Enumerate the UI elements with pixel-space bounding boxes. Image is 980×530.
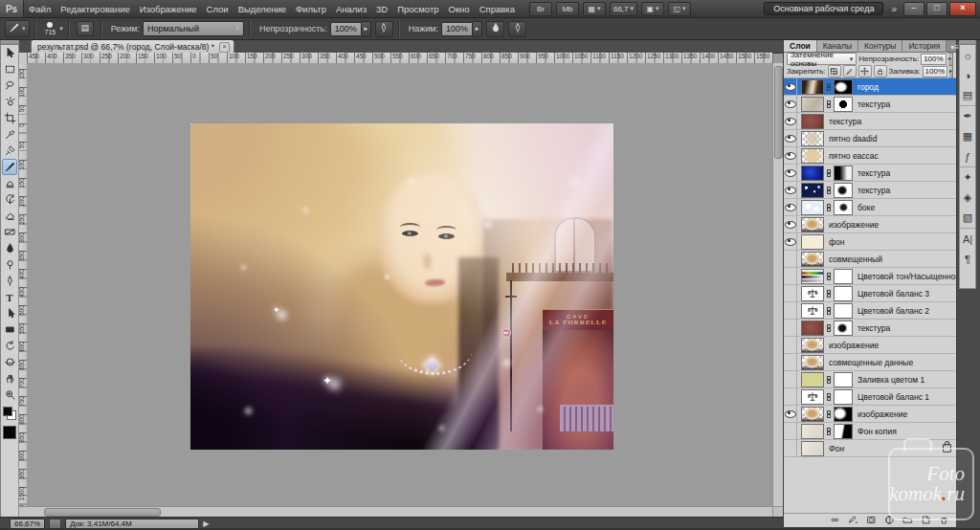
layer-thumbnail[interactable] bbox=[801, 320, 824, 336]
path-selection-tool[interactable] bbox=[2, 305, 17, 321]
menu-item-4[interactable]: Слои bbox=[202, 4, 234, 14]
layer-mask-thumbnail[interactable] bbox=[834, 200, 853, 215]
gradient-tool[interactable] bbox=[2, 224, 17, 240]
layer-thumbnail[interactable] bbox=[801, 286, 824, 301]
layer-row-18[interactable]: Заливка цветом 1 bbox=[784, 371, 956, 388]
eraser-tool[interactable] bbox=[2, 208, 17, 224]
tablet-pressure-size-button[interactable] bbox=[508, 21, 526, 37]
vertical-scrollbar[interactable] bbox=[772, 63, 783, 507]
type-tool[interactable]: T bbox=[2, 289, 17, 305]
layer-visibility-toggle[interactable] bbox=[784, 320, 797, 336]
layer-thumbnail[interactable] bbox=[801, 269, 824, 284]
menu-item-7[interactable]: Анализ bbox=[331, 4, 371, 14]
layer-opacity-dropdown[interactable]: ▸ bbox=[948, 53, 953, 66]
layer-thumbnail[interactable] bbox=[801, 131, 824, 146]
panel-tab-история[interactable]: История bbox=[902, 39, 947, 52]
fill-dropdown[interactable]: ▸ bbox=[949, 65, 953, 78]
status-options-arrow[interactable]: ▶ bbox=[203, 519, 209, 528]
layer-thumbnail[interactable] bbox=[801, 166, 824, 181]
minimize-button[interactable]: – bbox=[903, 2, 924, 16]
airbrush-button[interactable] bbox=[486, 21, 504, 37]
lasso-tool[interactable] bbox=[2, 77, 17, 94]
layer-thumbnail[interactable] bbox=[801, 200, 824, 215]
eyedropper-tool[interactable] bbox=[2, 126, 17, 143]
chevron-down-icon[interactable]: ▾ bbox=[59, 25, 63, 33]
layer-row-17[interactable]: совмещенные данные bbox=[784, 354, 956, 371]
clone-stamp-tool[interactable] bbox=[2, 175, 17, 191]
spot-healing-brush-tool[interactable] bbox=[2, 143, 17, 159]
layer-thumbnail[interactable] bbox=[801, 148, 824, 164]
workspace-overflow-button[interactable]: » bbox=[891, 4, 896, 14]
blend-mode-select[interactable]: Нормальный ▾ bbox=[143, 21, 244, 36]
layer-thumbnail[interactable] bbox=[801, 389, 824, 405]
layer-mask-thumbnail[interactable] bbox=[834, 269, 853, 284]
layer-visibility-toggle[interactable] bbox=[784, 440, 797, 456]
history-brush-tool[interactable] bbox=[2, 191, 17, 208]
info-panel-icon[interactable]: ◑ bbox=[960, 65, 975, 85]
layer-row-1[interactable]: город bbox=[784, 78, 956, 96]
layer-row-19[interactable]: Цветовой баланс 1 bbox=[784, 388, 956, 406]
layer-row-15[interactable]: текстура bbox=[784, 320, 956, 337]
tool-preset-picker[interactable]: ▾ bbox=[5, 20, 30, 37]
layer-mask-thumbnail[interactable] bbox=[834, 183, 853, 198]
rectangle-tool[interactable] bbox=[2, 321, 17, 338]
add-layer-mask-button[interactable] bbox=[864, 515, 878, 526]
layer-mask-thumbnail[interactable] bbox=[834, 407, 853, 422]
menu-item-3[interactable]: Изображение bbox=[135, 4, 202, 14]
layer-row-12[interactable]: Цветовой тон/Насыщенность 1 bbox=[784, 268, 956, 285]
layer-visibility-toggle[interactable] bbox=[784, 302, 797, 319]
layer-thumbnail[interactable] bbox=[801, 217, 824, 232]
quick-selection-tool[interactable] bbox=[2, 94, 17, 110]
layer-thumbnail[interactable] bbox=[801, 355, 824, 370]
blur-tool[interactable] bbox=[2, 240, 17, 256]
crop-tool[interactable] bbox=[2, 110, 17, 126]
menu-item-11[interactable]: Справка bbox=[475, 4, 520, 14]
layer-row-11[interactable]: совмещенный bbox=[784, 251, 956, 268]
close-icon[interactable]: × bbox=[219, 42, 230, 53]
menu-item-6[interactable]: Фильтр bbox=[291, 4, 331, 14]
bridge-button[interactable]: Br bbox=[529, 2, 552, 16]
canvas-image[interactable]: CAVE LA TORRELLE ✦ ✦ bbox=[190, 123, 613, 450]
rectangular-marquee-tool[interactable] bbox=[2, 61, 17, 77]
rotate-3d-tool[interactable] bbox=[2, 338, 17, 354]
layer-row-6[interactable]: текстура bbox=[784, 165, 956, 182]
layer-visibility-toggle[interactable] bbox=[784, 182, 797, 198]
layer-thumbnail[interactable] bbox=[801, 407, 824, 422]
foreground-color-large-swatch[interactable] bbox=[3, 426, 16, 439]
layer-thumbnail[interactable] bbox=[801, 234, 824, 250]
layer-thumbnail[interactable] bbox=[801, 338, 824, 353]
layer-visibility-toggle[interactable] bbox=[784, 371, 797, 387]
tablet-pressure-opacity-button[interactable] bbox=[375, 21, 393, 37]
hand-tool[interactable] bbox=[2, 370, 17, 386]
layer-visibility-toggle[interactable] bbox=[784, 130, 797, 146]
screen-mode-button[interactable]: ◱▾ bbox=[668, 2, 691, 16]
adjustments-panel-icon[interactable]: ☼ bbox=[960, 45, 975, 65]
layer-mask-thumbnail[interactable] bbox=[834, 166, 853, 181]
layer-thumbnail[interactable] bbox=[801, 372, 824, 387]
menu-item-1[interactable]: Файл bbox=[24, 4, 56, 14]
layer-style-button[interactable] bbox=[846, 515, 859, 526]
layer-row-8[interactable]: боке bbox=[784, 199, 956, 216]
layer-thumbnail[interactable] bbox=[801, 183, 824, 198]
menu-item-8[interactable]: 3D bbox=[371, 4, 392, 14]
document-tab[interactable]: результат.psd @ 66,7% (город, Слой-маска… bbox=[31, 39, 234, 54]
color-swatches[interactable] bbox=[3, 407, 16, 420]
layer-row-14[interactable]: Цветовой баланс 2 bbox=[784, 302, 956, 320]
horizontal-scrollbar[interactable] bbox=[17, 506, 773, 517]
layer-visibility-toggle[interactable] bbox=[784, 147, 797, 164]
layer-visibility-toggle[interactable] bbox=[784, 388, 797, 405]
lock-transparency-button[interactable] bbox=[828, 65, 841, 77]
lock-paint-button[interactable] bbox=[843, 65, 857, 77]
lock-position-button[interactable] bbox=[858, 65, 872, 77]
layer-comps-panel-icon[interactable]: ▧ bbox=[960, 208, 975, 228]
layer-thumbnail[interactable] bbox=[801, 441, 824, 456]
view-extras-button[interactable]: ▦▾ bbox=[583, 2, 606, 16]
layer-visibility-toggle[interactable] bbox=[784, 337, 797, 353]
layer-visibility-toggle[interactable] bbox=[784, 285, 797, 301]
dodge-tool[interactable] bbox=[2, 256, 17, 273]
brush-tool[interactable] bbox=[2, 159, 17, 175]
zoom-level-button[interactable]: 66,7▾ bbox=[610, 2, 637, 16]
layer-thumbnail[interactable] bbox=[801, 252, 824, 267]
layer-visibility-toggle[interactable] bbox=[784, 354, 797, 370]
arrange-documents-button[interactable]: ▣▾ bbox=[641, 2, 664, 16]
